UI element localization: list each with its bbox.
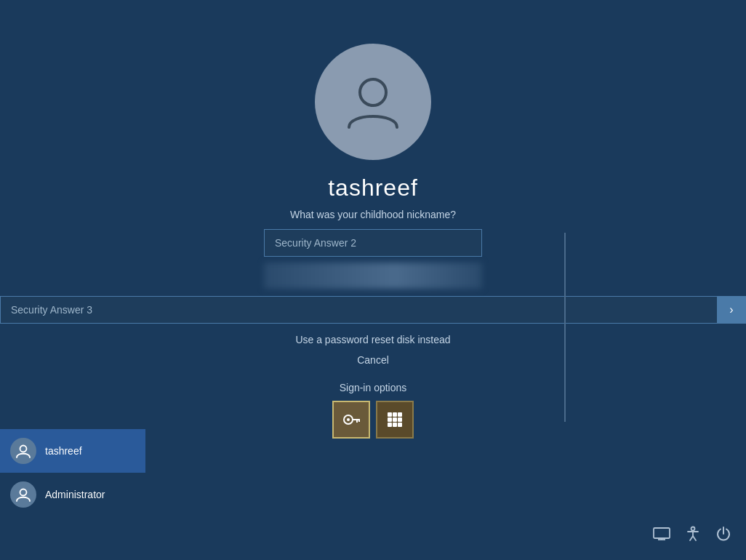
username-label: tashreef	[328, 175, 418, 201]
pin-button[interactable]	[376, 401, 414, 439]
accessibility-icon[interactable]	[685, 526, 701, 545]
answer3-input-wrapper: ›	[0, 296, 746, 324]
user-name-administrator: Administrator	[45, 489, 105, 500]
svg-rect-9	[388, 417, 392, 422]
svg-point-15	[20, 446, 27, 452]
svg-point-16	[20, 489, 27, 496]
svg-rect-11	[398, 417, 402, 422]
user-avatar-small-tashreef	[10, 438, 36, 464]
signin-options-label: Sign-in options	[340, 382, 407, 393]
main-panel: tashreef What was your childhood nicknam…	[0, 0, 746, 439]
avatar-icon	[340, 68, 406, 136]
security-answer2-input[interactable]	[264, 229, 482, 257]
user-item-tashreef[interactable]: tashreef	[0, 429, 145, 473]
cancel-link[interactable]: Cancel	[357, 354, 389, 366]
system-icons	[653, 526, 731, 545]
svg-rect-7	[393, 412, 397, 417]
user-list: tashreef Administrator	[0, 429, 145, 516]
svg-rect-12	[388, 423, 392, 427]
user-item-administrator[interactable]: Administrator	[0, 473, 145, 516]
scrollbar[interactable]	[564, 233, 566, 422]
user-avatar	[315, 44, 431, 160]
svg-point-20	[691, 527, 695, 531]
user-name-tashreef: tashreef	[45, 445, 82, 457]
svg-point-0	[360, 79, 386, 105]
svg-rect-8	[398, 412, 402, 417]
svg-point-2	[347, 418, 350, 421]
reset-disk-link[interactable]: Use a password reset disk instead	[295, 334, 450, 345]
network-icon[interactable]	[653, 527, 670, 545]
pin-icon	[385, 409, 405, 430]
security-question-2: What was your childhood nickname?	[290, 209, 456, 220]
svg-rect-10	[393, 417, 397, 422]
signin-options-buttons	[332, 401, 414, 439]
blurred-previous-answer	[264, 263, 482, 289]
svg-rect-6	[388, 412, 392, 417]
user-icon-tashreef	[15, 443, 31, 459]
arrow-right-icon: ›	[729, 303, 733, 316]
security-key-button[interactable]	[332, 401, 370, 439]
svg-rect-17	[654, 528, 670, 538]
svg-rect-13	[393, 423, 397, 427]
user-icon-administrator	[15, 487, 31, 503]
submit-answer-button[interactable]: ›	[717, 296, 746, 324]
svg-rect-14	[398, 423, 402, 427]
user-avatar-small-administrator	[10, 481, 36, 508]
security-answer3-input[interactable]	[0, 296, 746, 324]
security-key-icon	[341, 409, 361, 430]
answer2-input-wrapper	[264, 229, 482, 257]
power-icon[interactable]	[715, 526, 731, 545]
